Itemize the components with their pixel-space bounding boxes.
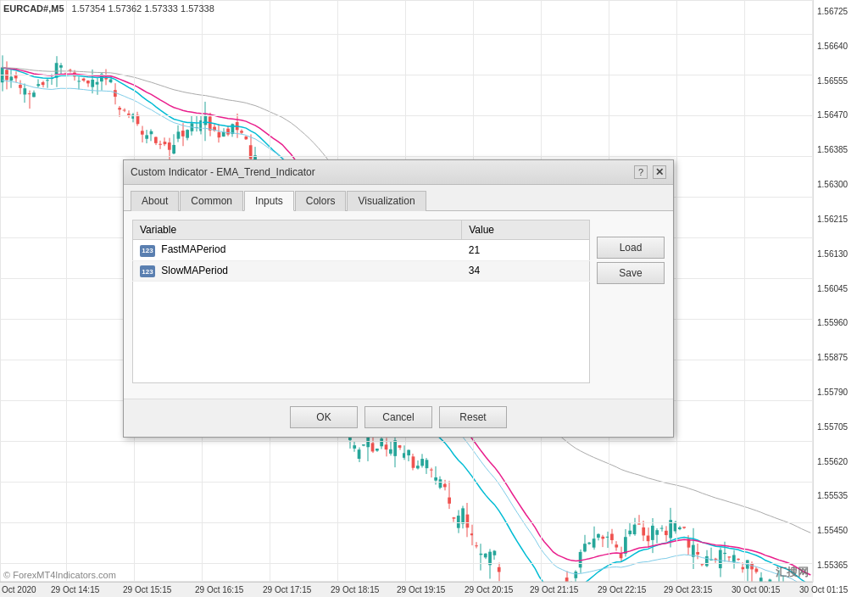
reset-button[interactable]: Reset [439, 406, 507, 428]
price-values: 1.57354 1.57362 1.57333 1.57338 [72, 3, 214, 14]
price-axis: 1.567251.566401.565551.564701.563851.563… [813, 0, 868, 577]
time-axis: Oct 202029 Oct 14:1529 Oct 15:1529 Oct 1… [0, 582, 813, 597]
table-empty-area [132, 282, 590, 383]
variable-cell: 123 SlowMAPeriod [133, 260, 462, 282]
dialog-controls: ? ✕ [634, 165, 666, 179]
time-label: 29 Oct 14:15 [51, 585, 99, 594]
load-button[interactable]: Load [597, 237, 665, 259]
time-label: 30 Oct 01:15 [799, 585, 848, 594]
dialog-content: Variable Value 123 FastMAPeriod 21 123 S… [124, 211, 673, 399]
price-label: 1.55960 [817, 318, 865, 327]
time-label: 29 Oct 20:15 [465, 585, 513, 594]
price-label: 1.55535 [817, 491, 865, 500]
grid-line [0, 441, 813, 442]
table-row: 123 SlowMAPeriod 34 [133, 260, 590, 282]
grid-line [0, 522, 813, 523]
price-label: 1.56385 [817, 145, 865, 154]
price-label: 1.55790 [817, 388, 865, 397]
tab-common[interactable]: Common [180, 191, 243, 211]
tab-inputs[interactable]: Inputs [244, 191, 294, 211]
watermark-right: 汇搜网 [776, 565, 809, 580]
chart-container: EURCAD#,M5 1.57354 1.57362 1.57333 1.573… [0, 0, 868, 597]
tab-visualization[interactable]: Visualization [347, 191, 426, 211]
help-button[interactable]: ? [634, 165, 648, 179]
watermark-left: © ForexMT4Indicators.com [3, 570, 116, 580]
side-buttons: Load Save [597, 220, 665, 383]
time-label: 29 Oct 15:15 [123, 585, 171, 594]
tab-about[interactable]: About [131, 191, 179, 211]
content-main: Variable Value 123 FastMAPeriod 21 123 S… [132, 220, 665, 383]
col-variable: Variable [133, 220, 462, 240]
time-label: 29 Oct 16:15 [195, 585, 243, 594]
table-area: Variable Value 123 FastMAPeriod 21 123 S… [132, 220, 590, 383]
grid-line [66, 0, 67, 582]
table-row: 123 FastMAPeriod 21 [133, 240, 590, 261]
price-label: 1.55705 [817, 422, 865, 432]
time-label: 29 Oct 19:15 [397, 585, 445, 594]
tab-colors[interactable]: Colors [295, 191, 347, 211]
time-label: 29 Oct 18:15 [331, 585, 379, 594]
value-cell[interactable]: 34 [462, 260, 590, 282]
dialog-footer: OK Cancel Reset [124, 399, 673, 437]
price-label: 1.56045 [817, 284, 865, 293]
value-cell[interactable]: 21 [462, 240, 590, 261]
time-label: 30 Oct 00:15 [732, 585, 780, 594]
price-label: 1.56470 [817, 110, 865, 120]
grid-line [0, 482, 813, 483]
price-label: 1.56300 [817, 180, 865, 189]
grid-line [0, 75, 813, 75]
price-label: 1.55450 [817, 526, 865, 535]
dialog-tabs: AboutCommonInputsColorsVisualization [124, 185, 673, 211]
price-label: 1.56130 [817, 249, 865, 259]
grid-line [676, 0, 677, 582]
variables-table: Variable Value 123 FastMAPeriod 21 123 S… [132, 220, 590, 282]
cancel-button[interactable]: Cancel [364, 406, 432, 428]
price-label: 1.56555 [817, 76, 865, 86]
time-label: 29 Oct 17:15 [263, 585, 311, 594]
time-label: 29 Oct 23:15 [664, 585, 712, 594]
variable-name: FastMAPeriod [161, 243, 225, 255]
chart-header: EURCAD#,M5 1.57354 1.57362 1.57333 1.573… [3, 3, 214, 14]
grid-line [0, 156, 813, 157]
dialog-title: Custom Indicator - EMA_Trend_Indicator [131, 166, 315, 178]
time-label: 29 Oct 22:15 [598, 585, 646, 594]
col-value: Value [462, 220, 590, 240]
grid-line [0, 563, 813, 564]
time-label: 29 Oct 21:15 [530, 585, 578, 594]
close-button[interactable]: ✕ [653, 165, 666, 179]
dialog-titlebar: Custom Indicator - EMA_Trend_Indicator ?… [124, 160, 673, 185]
save-button[interactable]: Save [597, 262, 665, 284]
grid-line [744, 0, 745, 582]
price-label: 1.55620 [817, 457, 865, 466]
symbol-label: EURCAD#,M5 [3, 3, 64, 14]
price-label: 1.55875 [817, 353, 865, 362]
grid-line [0, 115, 813, 116]
variable-icon: 123 [140, 265, 155, 277]
time-label: Oct 2020 [2, 585, 36, 594]
variable-cell: 123 FastMAPeriod [133, 240, 462, 261]
grid-line [0, 34, 813, 35]
variable-icon: 123 [140, 245, 155, 257]
ok-button[interactable]: OK [290, 406, 358, 428]
price-label: 1.56725 [817, 7, 865, 16]
price-label: 1.56215 [817, 215, 865, 224]
indicator-dialog[interactable]: Custom Indicator - EMA_Trend_Indicator ?… [123, 159, 674, 438]
variable-name: SlowMAPeriod [161, 265, 228, 276]
price-label: 1.56640 [817, 42, 865, 51]
price-label: 1.55365 [817, 561, 865, 570]
